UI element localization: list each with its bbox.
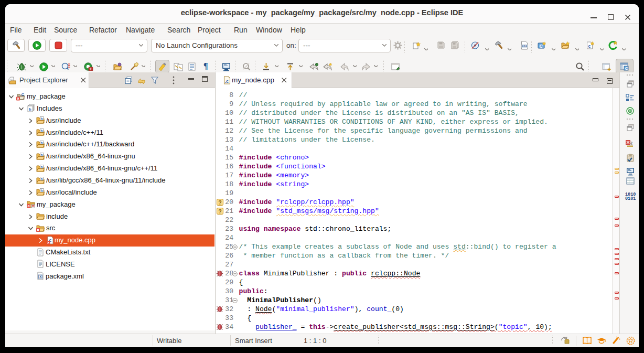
svg-text:.c: .c <box>225 79 229 84</box>
svg-text:?: ? <box>219 199 222 205</box>
svg-text:?: ? <box>219 208 222 214</box>
svg-text:C: C <box>625 66 628 71</box>
svg-text:c: c <box>588 44 591 49</box>
svg-text:C: C <box>540 44 543 49</box>
svg-text:010: 010 <box>522 45 527 48</box>
